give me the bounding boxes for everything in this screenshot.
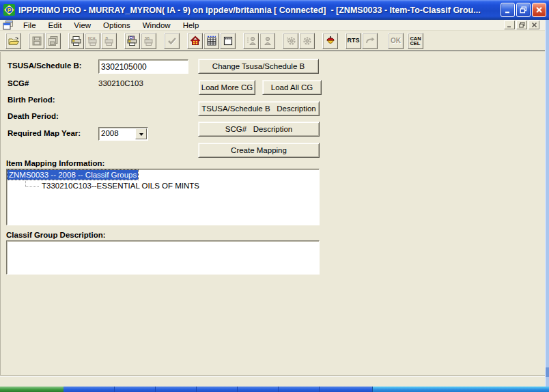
classif-description-textarea[interactable]	[6, 240, 320, 275]
person2-icon	[262, 36, 273, 46]
tsusa-label: TSUSA/Schedule B:	[8, 61, 82, 70]
window-button[interactable]	[220, 33, 236, 49]
home-icon	[190, 36, 201, 46]
map-year-combobox[interactable]: 2008	[98, 127, 148, 141]
start-button[interactable]	[0, 387, 64, 392]
print-b-button: B	[101, 33, 117, 49]
mdi-system-icon[interactable]	[3, 20, 14, 30]
mdi-window-buttons	[504, 20, 539, 29]
tree-connector-line	[25, 180, 39, 187]
svg-text:P: P	[8, 7, 12, 14]
print-sb-icon: SB	[143, 36, 154, 46]
menu-item-help[interactable]: Help	[177, 20, 206, 30]
gears-icon	[285, 36, 296, 46]
tsusa-description-button[interactable]: TSUSA/Schedule B Description	[198, 101, 320, 116]
create-mapping-button[interactable]: Create Mapping	[198, 143, 320, 158]
map-year-label: Required Map Year:	[8, 129, 81, 137]
save-all-button	[45, 33, 61, 49]
statusbar	[0, 376, 545, 387]
taskbar	[0, 387, 549, 392]
open-button[interactable]	[5, 33, 21, 49]
person-button	[243, 33, 259, 49]
window-title: IPPPRIMO PRO - MURRAY_MYRON( IA - 9) on …	[18, 5, 499, 15]
classif-description-label: Classif Group Description:	[6, 231, 106, 239]
taskbar-divider	[155, 387, 156, 392]
titlebar: P IPPPRIMO PRO - MURRAY_MYRON( IA - 9) o…	[0, 0, 549, 20]
mdi-minimize-icon	[507, 22, 513, 28]
change-tsusa-button[interactable]: Change Tsusa/Schedule B	[198, 59, 319, 74]
load-more-cg-button[interactable]: Load More CG	[199, 80, 255, 95]
tsusa-input[interactable]	[98, 59, 188, 74]
death-period-label: Death Period:	[8, 112, 59, 120]
taskbar-divider	[278, 387, 279, 392]
taskbar-buttons-area[interactable]	[64, 387, 372, 392]
rts-label: RTS	[348, 38, 360, 44]
taskbar-divider	[319, 387, 320, 392]
menu-item-file[interactable]: File	[17, 20, 42, 30]
item-mapping-label: Item Mapping Information:	[6, 159, 104, 167]
scg-value: 330210C103	[98, 79, 143, 87]
close-button[interactable]	[532, 3, 546, 17]
rts-button[interactable]: RTS	[346, 33, 361, 49]
acorn-button[interactable]	[322, 33, 338, 49]
open-folder-icon	[8, 36, 20, 46]
close-icon	[535, 6, 543, 14]
minimize-button[interactable]	[501, 3, 515, 17]
menu-item-window[interactable]: Window	[137, 20, 177, 30]
ok-button: OK	[388, 33, 404, 49]
svg-text:CH: CH	[130, 36, 135, 40]
grid-button[interactable]	[203, 33, 219, 49]
cancel-button[interactable]: CANCEL	[408, 33, 423, 49]
combo-arrow-button[interactable]	[135, 128, 147, 139]
print-button[interactable]	[68, 33, 84, 49]
scg-description-button[interactable]: SCG# Description	[198, 122, 320, 137]
mdi-restore-icon	[519, 22, 525, 28]
redo-icon	[365, 36, 376, 46]
load-all-cg-button[interactable]: Load All CG	[262, 80, 322, 95]
menu-item-edit[interactable]: Edit	[42, 20, 68, 30]
checkmark-icon	[167, 36, 178, 46]
tree-child-item[interactable]: T330210C103--ESSENTIAL OILS OF MINTS	[42, 182, 199, 190]
scg-label: SCG#	[8, 79, 29, 87]
mdi-minimize-button[interactable]	[504, 20, 515, 29]
client-area: TSUSA/Schedule B: Change Tsusa/Schedule …	[0, 52, 545, 376]
save-button	[29, 33, 44, 49]
home-button[interactable]	[187, 33, 203, 49]
redo-button	[362, 33, 378, 49]
gears2-button	[299, 33, 315, 49]
chevron-down-icon	[139, 133, 143, 138]
ok-label: OK	[391, 38, 401, 44]
menubar: File Edit View Options Window Help	[0, 20, 545, 31]
save-icon	[31, 36, 42, 46]
mdi-close-button[interactable]	[529, 20, 539, 29]
taskbar-tray-area	[372, 387, 549, 392]
map-year-value: 2008	[99, 128, 135, 140]
mdi-close-icon	[531, 22, 537, 28]
grid-icon	[206, 36, 217, 46]
toolbar: FCH B CH SB	[0, 31, 545, 51]
mdi-restore-button[interactable]	[516, 20, 527, 29]
apply-button	[164, 33, 180, 49]
print-sb-button: SB	[141, 33, 156, 49]
cancel-label: CANCEL	[410, 36, 421, 46]
menu-item-view[interactable]: View	[68, 20, 97, 30]
item-mapping-tree[interactable]: ZNMS0033 -- 2008 -- Classif Groups T3302…	[6, 169, 320, 225]
person2-button	[259, 33, 275, 49]
print-ch-icon: CH	[126, 36, 138, 46]
tree-root-row[interactable]: ZNMS0033 -- 2008 -- Classif Groups	[8, 171, 318, 179]
restore-button[interactable]	[516, 3, 531, 17]
print-b-icon: B	[103, 36, 115, 46]
menu-item-options[interactable]: Options	[97, 20, 137, 30]
print-ch-button[interactable]: CH	[124, 33, 140, 49]
minimize-icon	[504, 6, 511, 14]
window-icon	[223, 36, 234, 46]
acorn-icon	[325, 36, 336, 46]
tree-child-row[interactable]: T330210C103--ESSENTIAL OILS OF MINTS	[8, 182, 318, 190]
taskbar-divider	[237, 387, 238, 392]
birth-period-label: Birth Period:	[8, 96, 55, 104]
taskbar-divider	[196, 387, 197, 392]
tree-root-item[interactable]: ZNMS0033 -- 2008 -- Classif Groups	[8, 170, 138, 180]
taskbar-divider	[114, 387, 115, 392]
app-icon: P	[3, 4, 15, 16]
restore-icon	[520, 6, 527, 14]
